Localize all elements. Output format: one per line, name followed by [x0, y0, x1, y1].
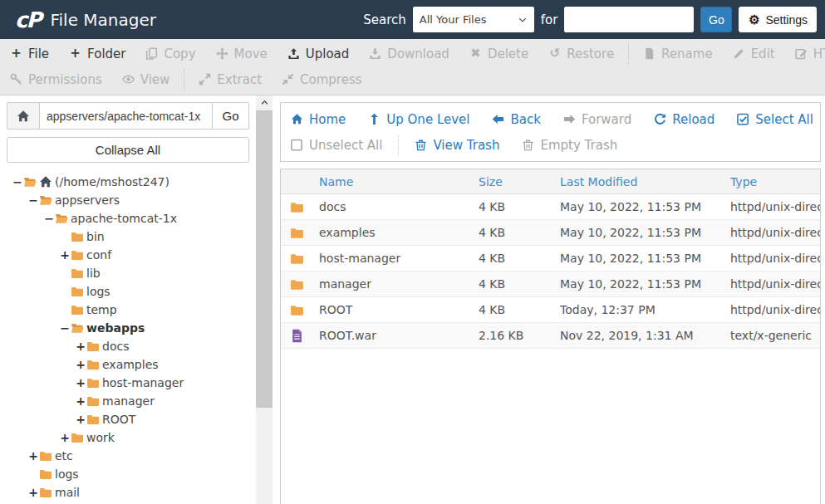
toolbar-move-button[interactable]: Move	[206, 46, 277, 61]
tree-item-work[interactable]: +work	[7, 428, 249, 447]
toolbar-view-button[interactable]: View	[112, 72, 180, 87]
scrollbar-thumb[interactable]	[256, 110, 273, 408]
path-go-button[interactable]: Go	[213, 102, 249, 130]
path-input[interactable]	[40, 102, 213, 130]
toolbar-row-1: +File+FolderCopyMoveUploadDownload✖Delet…	[0, 41, 825, 66]
nav-unselect-all-button[interactable]: Unselect All	[291, 138, 382, 153]
tree-item-docs[interactable]: +docs	[7, 337, 249, 355]
tree-item-home-mshost247[interactable]: −(/home/mshost247)	[7, 173, 249, 191]
content-area: Go Collapse All −(/home/mshost247)−appse…	[0, 95, 825, 504]
tree-item-logs[interactable]: logs	[7, 282, 249, 301]
file-row-host-manager[interactable]: host-manager4 KBMay 10, 2022, 11:53 PMht…	[281, 246, 820, 272]
tree-toggle-plus-icon[interactable]: +	[59, 249, 71, 261]
search-scope-select[interactable]: All Your Files	[413, 7, 534, 32]
tree-item-lib[interactable]: lib	[7, 264, 249, 282]
column-header-size[interactable]: Size	[479, 175, 560, 188]
file-row-root-war[interactable]: ROOT.war2.16 KBNov 22, 2019, 1:31 AMtext…	[281, 323, 820, 349]
nav-empty-trash-button[interactable]: Empty Trash	[522, 138, 617, 153]
tree-toggle-plus-icon[interactable]: +	[75, 377, 86, 389]
file-name[interactable]: manager	[319, 277, 479, 291]
trash-icon	[415, 139, 427, 151]
nav-reload-button[interactable]: Reload	[654, 112, 715, 127]
nav-up-one-level-button[interactable]: Up One Level	[368, 112, 469, 127]
toolbar-upload-button[interactable]: Upload	[277, 46, 360, 61]
tree-item-host-manager[interactable]: +host-manager	[7, 374, 249, 392]
search-input[interactable]	[564, 7, 694, 32]
toolbar-file-label: File	[28, 46, 49, 61]
tree-item-appservers[interactable]: −appservers	[7, 191, 249, 209]
tree-item-manager[interactable]: +manager	[7, 392, 249, 410]
tree-item-logs[interactable]: logs	[7, 465, 249, 483]
column-header-name[interactable]: Name	[319, 175, 479, 188]
tree-item-etc[interactable]: +etc	[7, 447, 249, 465]
file-row-manager[interactable]: manager4 KBMay 10, 2022, 11:53 PMhttpd/u…	[281, 272, 820, 297]
toolbar-permissions-label: Permissions	[28, 72, 102, 87]
tree-item-temp[interactable]: temp	[7, 301, 249, 319]
nav-view-trash-button[interactable]: View Trash	[415, 138, 499, 153]
search-go-button[interactable]: Go	[700, 7, 732, 32]
tree-toggle-minus-icon[interactable]: −	[59, 322, 71, 334]
tree-toggle-plus-icon[interactable]: +	[75, 340, 86, 352]
file-name[interactable]: docs	[319, 200, 479, 213]
tree-item-bin[interactable]: bin	[7, 228, 249, 246]
tree-toggle-minus-icon[interactable]: −	[43, 213, 55, 224]
tree-item-apache-tomcat-1x[interactable]: −apache-tomcat-1x	[7, 209, 249, 228]
file-actions-toolbar: +File+FolderCopyMoveUploadDownload✖Delet…	[0, 39, 825, 95]
folder-open-icon	[23, 175, 37, 188]
toolbar-file-button[interactable]: +File	[0, 46, 59, 61]
tree-toggle-plus-icon[interactable]: +	[75, 395, 86, 407]
toolbar-compress-button[interactable]: Compress	[272, 72, 371, 87]
file-row-examples[interactable]: examples4 KBMay 10, 2022, 11:53 PMhttpd/…	[281, 220, 820, 246]
file-name[interactable]: host-manager	[319, 252, 479, 265]
settings-button[interactable]: ⚙ Settings	[739, 7, 817, 32]
nav-up-one-level-label: Up One Level	[386, 112, 469, 127]
scrollbar-up-button[interactable]	[256, 95, 273, 110]
file-icon	[290, 329, 304, 343]
restore-icon: ↺	[548, 47, 561, 60]
tree-toggle-minus-icon[interactable]: −	[27, 194, 39, 206]
toolbar-copy-button[interactable]: Copy	[135, 46, 205, 61]
folder-icon	[86, 394, 100, 408]
toolbar-folder-button[interactable]: +Folder	[59, 46, 135, 61]
tree-toggle-plus-icon[interactable]: +	[27, 487, 39, 498]
file-name[interactable]: examples	[319, 226, 479, 239]
settings-label: Settings	[765, 13, 808, 27]
nav-select-all-button[interactable]: Select All	[737, 112, 813, 127]
toolbar-rename-button[interactable]: Rename	[633, 46, 723, 61]
nav-home-label: Home	[309, 112, 346, 127]
nav-back-button[interactable]: Back	[492, 112, 540, 127]
toolbar-extract-button[interactable]: Extract	[189, 72, 272, 87]
tree-toggle-plus-icon[interactable]: +	[75, 359, 86, 370]
tree-item-examples[interactable]: +examples	[7, 355, 249, 374]
toolbar-download-button[interactable]: Download	[359, 46, 459, 61]
toolbar-edit-button[interactable]: Edit	[723, 46, 785, 61]
column-header-type[interactable]: Type	[730, 175, 820, 188]
tree-toggle-minus-icon[interactable]: −	[12, 176, 23, 188]
file-modified: May 10, 2022, 11:53 PM	[560, 252, 730, 265]
file-row-docs[interactable]: docs4 KBMay 10, 2022, 11:53 PMhttpd/unix…	[281, 194, 820, 220]
tree-item-webapps[interactable]: −webapps	[7, 319, 249, 337]
tree-toggle-plus-icon[interactable]: +	[75, 413, 86, 425]
up-icon	[368, 113, 381, 125]
nav-home-button[interactable]: Home	[291, 112, 346, 127]
file-name[interactable]: ROOT	[319, 303, 479, 316]
column-header-last-modified[interactable]: Last Modified	[560, 175, 730, 188]
sidebar-scrollbar[interactable]	[256, 95, 273, 504]
home-directory-button[interactable]	[7, 102, 40, 130]
toolbar-delete-button[interactable]: ✖Delete	[459, 46, 538, 61]
toolbar-html-editor-button[interactable]: HTML Editor	[785, 46, 825, 61]
toolbar-restore-button[interactable]: ↺Restore	[538, 46, 624, 61]
tree-item-conf[interactable]: +conf	[7, 246, 249, 264]
toolbar-permissions-button[interactable]: Permissions	[0, 72, 112, 87]
html-editor-icon	[795, 47, 808, 60]
file-row-root[interactable]: ROOT4 KBToday, 12:37 PMhttpd/unix-direct…	[281, 297, 820, 323]
collapse-all-button[interactable]: Collapse All	[7, 137, 249, 163]
tree-toggle-plus-icon[interactable]: +	[59, 432, 71, 443]
tree-item-root[interactable]: +ROOT	[7, 410, 249, 428]
file-name[interactable]: ROOT.war	[319, 329, 479, 342]
tree-toggle-plus-icon[interactable]: +	[27, 450, 39, 462]
nav-forward-button[interactable]: Forward	[563, 112, 631, 127]
search-area: Search All Your Files for Go ⚙ Settings	[363, 7, 817, 32]
tree-item-mail[interactable]: +mail	[7, 483, 249, 502]
nav-unselect-all-label: Unselect All	[309, 138, 382, 153]
